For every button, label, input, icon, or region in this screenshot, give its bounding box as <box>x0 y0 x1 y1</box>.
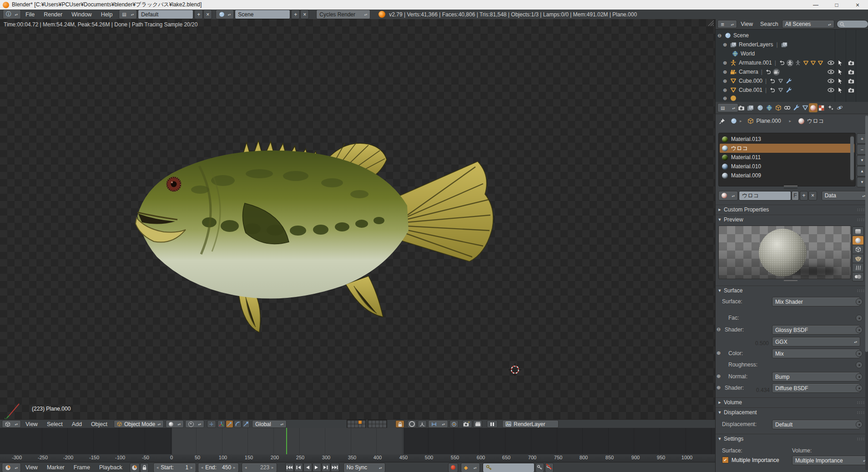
tab-render-layers[interactable] <box>746 103 755 112</box>
selectability-cursor-icon[interactable] <box>838 87 843 93</box>
sync-mode-select[interactable]: No Sync▴▾ <box>343 463 385 472</box>
displacement-socket-button[interactable] <box>856 421 863 428</box>
selectability-cursor-icon[interactable] <box>838 60 843 66</box>
unlink-material-button[interactable]: × <box>808 191 817 201</box>
jump-prev-keyframe-button[interactable] <box>294 463 303 472</box>
menu-3d-view[interactable]: View <box>21 421 42 427</box>
jump-to-start-button[interactable] <box>285 463 294 472</box>
expand-icon[interactable]: ⊕ <box>723 95 729 101</box>
layers-grid-2[interactable] <box>368 420 387 428</box>
area-corner-grip[interactable] <box>708 20 714 26</box>
panel-displacement[interactable]: ▼ Displacement <box>716 407 868 417</box>
preview-resize-grip[interactable] <box>784 280 797 283</box>
tab-particles[interactable] <box>826 103 835 112</box>
delete-keyframe-button[interactable] <box>545 463 554 472</box>
menu-timeline-view[interactable]: View <box>21 464 42 471</box>
fake-user-button[interactable]: F <box>792 191 799 201</box>
checkbox-checked-icon[interactable]: ✔ <box>722 457 729 463</box>
menu-timeline-playback[interactable]: Playback <box>95 464 127 471</box>
play-reverse-button[interactable] <box>303 463 312 472</box>
tab-physics[interactable] <box>835 103 844 112</box>
pin-icon[interactable] <box>719 118 725 124</box>
insert-keyframe-button[interactable] <box>535 463 544 472</box>
renderability-camera-icon[interactable] <box>848 60 854 65</box>
tab-texture[interactable] <box>817 103 826 112</box>
renderability-camera-icon[interactable] <box>848 79 854 84</box>
outliner-row-cube001[interactable]: ⊕ Cube.001 | <box>716 85 868 95</box>
data-source-select[interactable]: Data▴▾ <box>822 191 868 201</box>
normal-socket-button[interactable] <box>856 373 863 380</box>
render-opengl-button[interactable]: + <box>462 420 472 428</box>
panel-expand-icon[interactable]: ▼ <box>716 410 724 415</box>
panel-preview[interactable]: ▼ Preview <box>716 215 868 224</box>
scene-add-button[interactable]: + <box>291 10 300 19</box>
expand-icon[interactable]: ⊕ <box>717 373 721 379</box>
transform-orientation-select[interactable]: Global▴▾ <box>252 420 287 428</box>
panel-collapse-icon[interactable]: ► <box>716 207 724 212</box>
panel-custom-properties[interactable]: ► Custom Properties <box>716 205 868 214</box>
visibility-eye-icon[interactable] <box>828 79 834 83</box>
color-socket-button[interactable] <box>856 350 863 357</box>
cursor-3d-icon[interactable] <box>509 363 521 376</box>
layout-add-button[interactable]: + <box>194 10 203 19</box>
pivot-point-select[interactable]: ▴▾ <box>185 420 204 428</box>
editor-type-timeline[interactable]: ▴▾ <box>2 463 21 472</box>
editor-type-3dview[interactable]: ▴▾ <box>2 420 21 428</box>
auto-keyframe-record-button[interactable] <box>448 463 458 472</box>
minimize-button[interactable]: — <box>805 2 826 8</box>
snap-target-button[interactable] <box>449 420 459 428</box>
outliner-row-armature[interactable]: ⊕ Armature.001 | <box>716 58 868 67</box>
outliner-row-camera[interactable]: ⊕ Camera | <box>716 67 868 76</box>
outliner-row-renderlayers[interactable]: ⊕ RenderLayers | <box>716 40 868 49</box>
close-button[interactable]: × <box>847 1 868 9</box>
expand-icon[interactable]: ⊕ <box>723 60 729 66</box>
end-frame-field[interactable]: ◂End:450▸ <box>198 463 239 472</box>
rotate-manipulator-button[interactable] <box>234 420 242 428</box>
render-animation-button[interactable] <box>473 420 482 428</box>
outliner-row-world[interactable]: World <box>716 49 868 58</box>
tab-data[interactable] <box>801 103 809 112</box>
scene-delete-button[interactable]: × <box>300 10 309 19</box>
normal-select[interactable]: Bump <box>772 372 860 382</box>
panel-volume[interactable]: ► Volume <box>716 397 868 407</box>
scale-manipulator-button[interactable] <box>242 420 250 428</box>
panel-grip[interactable] <box>857 218 865 221</box>
menu-3d-select[interactable]: Select <box>42 421 67 427</box>
tab-constraints[interactable] <box>783 103 792 112</box>
tab-render[interactable] <box>737 103 746 112</box>
material-name-field[interactable]: ウロコ <box>739 191 791 201</box>
selectability-cursor-icon[interactable] <box>838 69 843 75</box>
panel-grip[interactable] <box>857 289 865 292</box>
material-slot[interactable]: Material.010 <box>720 162 854 171</box>
viewport-3d[interactable]: Time:00:04.72 | Mem:54.24M, Peak:54.26M … <box>0 19 715 419</box>
render-engine-select[interactable]: Cycles Render▴▾ <box>316 10 370 19</box>
layout-delete-button[interactable]: × <box>203 10 212 19</box>
keying-set-mode-select[interactable]: ◆▴▾ <box>461 463 480 472</box>
menu-3d-add[interactable]: Add <box>67 421 86 427</box>
panel-surface[interactable]: ▼ Surface <box>716 286 868 295</box>
preview-monkey-button[interactable] <box>852 254 864 263</box>
panel-expand-icon[interactable]: ▼ <box>716 437 724 441</box>
panel-settings[interactable]: ▼ Settings <box>716 434 868 443</box>
outliner-row-scene[interactable]: ⊖ Scene <box>716 31 868 40</box>
play-button[interactable] <box>313 463 321 472</box>
collapse-icon[interactable]: ⊖ <box>717 33 723 39</box>
scene-browse-button[interactable]: ▴▾ <box>216 10 234 19</box>
shader2-select[interactable]: Diffuse BSDF <box>772 383 860 393</box>
surface-socket-button[interactable] <box>856 298 863 305</box>
proportional-falloff-button[interactable] <box>418 420 427 428</box>
outliner-menu-search[interactable]: Search <box>757 21 782 27</box>
tab-world[interactable] <box>765 103 773 112</box>
selectability-cursor-icon[interactable] <box>838 78 843 84</box>
properties-scrollbar[interactable] <box>865 115 868 470</box>
preview-flat-button[interactable] <box>852 226 864 236</box>
outliner-row-partial[interactable]: ⊕ <box>716 95 868 102</box>
visibility-eye-icon[interactable] <box>828 70 834 74</box>
manipulator-axis-button[interactable] <box>217 420 225 428</box>
current-frame-line[interactable] <box>286 428 287 454</box>
editor-type-info[interactable]: ⓘ▴▾ <box>3 10 21 19</box>
lock-time-cursor-toggle[interactable] <box>140 463 149 472</box>
breadcrumb-object[interactable]: Plane.000 <box>757 118 781 124</box>
material-browse-button[interactable]: ▴▾ <box>718 191 738 201</box>
material-slot[interactable]: Material.013 <box>720 135 854 144</box>
